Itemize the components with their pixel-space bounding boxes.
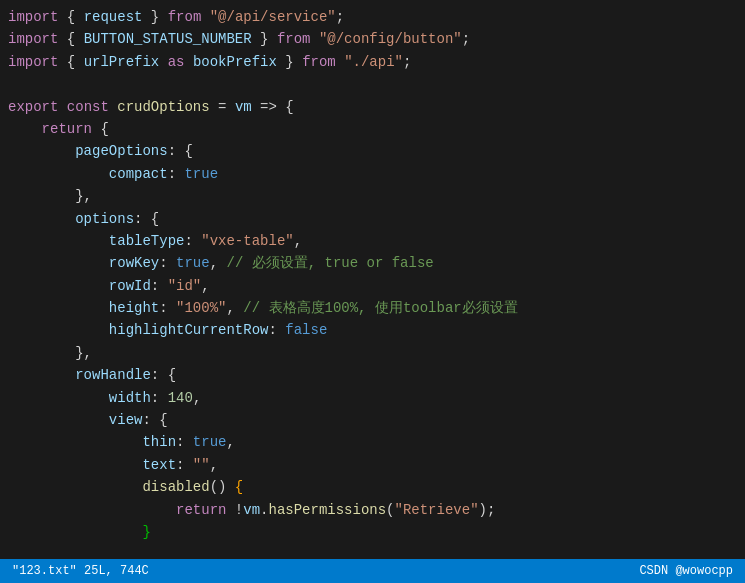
code-content[interactable]: import { request } from "@/api/service";… <box>0 0 745 559</box>
code-token: view <box>109 409 143 431</box>
code-token: bookPrefix <box>193 51 277 73</box>
code-line: width: 140, <box>8 387 745 409</box>
code-token <box>8 454 142 476</box>
code-token <box>8 118 42 140</box>
code-token: ; <box>403 51 411 73</box>
code-token: { <box>58 28 83 50</box>
code-token: import <box>8 28 58 50</box>
code-token: : <box>151 275 168 297</box>
code-token: . <box>260 499 268 521</box>
code-token: => { <box>252 96 294 118</box>
code-token: ; <box>462 28 470 50</box>
code-token: hasPermissions <box>268 499 386 521</box>
code-token <box>8 499 176 521</box>
code-line: export const crudOptions = vm => { <box>8 96 745 118</box>
code-line: } <box>8 521 745 543</box>
code-token: rowKey <box>109 252 159 274</box>
code-token: import <box>8 51 58 73</box>
code-line: import { BUTTON_STATUS_NUMBER } from "@/… <box>8 28 745 50</box>
code-token: , <box>226 431 234 453</box>
code-line: highlightCurrentRow: false <box>8 319 745 341</box>
status-bar: "123.txt" 25L, 744C CSDN @wowocpp <box>0 559 745 583</box>
code-line: compact: true <box>8 163 745 185</box>
code-token: ); <box>479 499 496 521</box>
code-token: highlightCurrentRow <box>109 319 269 341</box>
code-token: ; <box>336 6 344 28</box>
code-token <box>8 230 109 252</box>
code-token: : { <box>168 140 193 162</box>
code-token: , <box>226 297 243 319</box>
code-token: as <box>168 51 185 73</box>
code-editor: import { request } from "@/api/service";… <box>0 0 745 583</box>
code-token <box>58 96 66 118</box>
code-token: from <box>277 28 311 50</box>
code-token: : <box>168 163 185 185</box>
code-token: // 必须设置, true or false <box>226 252 433 274</box>
code-token: options <box>75 208 134 230</box>
code-token: : <box>176 431 193 453</box>
code-token: rowId <box>109 275 151 297</box>
code-token: , <box>294 230 302 252</box>
code-token: "./api" <box>344 51 403 73</box>
code-token: = <box>210 96 235 118</box>
code-token: request <box>84 6 143 28</box>
code-token: , <box>201 275 209 297</box>
author-info: CSDN @wowocpp <box>639 564 733 578</box>
code-token: : { <box>134 208 159 230</box>
code-token: } <box>277 51 302 73</box>
code-token: BUTTON_STATUS_NUMBER <box>84 28 252 50</box>
code-token: return <box>42 118 92 140</box>
code-token: , <box>210 252 227 274</box>
code-token: urlPrefix <box>84 51 160 73</box>
code-token <box>8 140 75 162</box>
code-token: vm <box>243 499 260 521</box>
code-token: { <box>92 118 109 140</box>
code-token: "id" <box>168 275 202 297</box>
code-token: { <box>58 51 83 73</box>
code-line: }, <box>8 342 745 364</box>
code-token <box>109 96 117 118</box>
code-line <box>8 73 745 95</box>
code-token <box>201 6 209 28</box>
code-token: pageOptions <box>75 140 167 162</box>
code-line: pageOptions: { <box>8 140 745 162</box>
code-token <box>8 409 109 431</box>
code-token: return <box>176 499 226 521</box>
code-token: thin <box>142 431 176 453</box>
code-token: "Retrieve" <box>395 499 479 521</box>
code-token: } <box>142 6 167 28</box>
code-line: options: { <box>8 208 745 230</box>
status-right: CSDN @wowocpp <box>639 564 733 578</box>
code-line: thin: true, <box>8 431 745 453</box>
code-token: }, <box>8 342 92 364</box>
code-token: "" <box>193 454 210 476</box>
code-token: import <box>8 6 58 28</box>
code-token <box>8 208 75 230</box>
code-line: }, <box>8 185 745 207</box>
code-token: width <box>109 387 151 409</box>
code-token: compact <box>109 163 168 185</box>
code-token: : { <box>151 364 176 386</box>
code-line: return { <box>8 118 745 140</box>
file-info: "123.txt" 25L, 744C <box>12 564 149 578</box>
code-token: : <box>159 297 176 319</box>
code-token <box>8 275 109 297</box>
code-token <box>8 431 142 453</box>
code-token: "@/config/button" <box>319 28 462 50</box>
code-token: true <box>193 431 227 453</box>
code-token: true <box>176 252 210 274</box>
code-line: rowKey: true, // 必须设置, true or false <box>8 252 745 274</box>
code-token <box>8 297 109 319</box>
code-line: import { request } from "@/api/service"; <box>8 6 745 28</box>
code-token: ! <box>226 499 243 521</box>
code-token: // 表格高度100%, 使用toolbar必须设置 <box>243 297 517 319</box>
code-token: "@/api/service" <box>210 6 336 28</box>
code-line: rowId: "id", <box>8 275 745 297</box>
code-line: disabled() { <box>8 476 745 498</box>
code-token: : <box>268 319 285 341</box>
code-token: () <box>210 476 235 498</box>
code-token: text <box>142 454 176 476</box>
code-token: : <box>184 230 201 252</box>
code-token <box>8 163 109 185</box>
code-token: : <box>159 252 176 274</box>
